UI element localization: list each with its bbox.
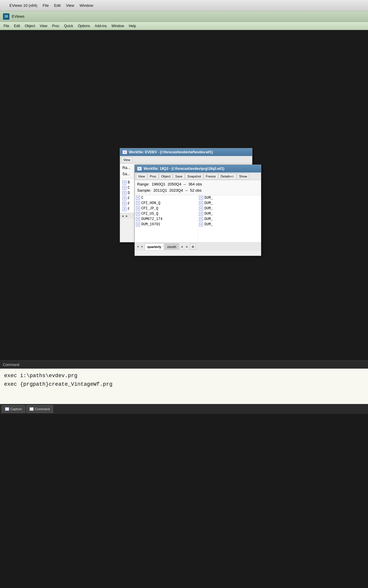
18q3-freeze-btn[interactable]: Freeze bbox=[204, 173, 218, 179]
item-dumr2-icon: ≡ bbox=[199, 201, 203, 205]
item-dum-r2[interactable]: ≡ DUM_ bbox=[198, 201, 261, 206]
capture-tab-label[interactable]: Capture bbox=[10, 407, 22, 411]
item-icon-d: ≡ bbox=[122, 191, 126, 195]
item-dum072-174[interactable]: ≡ DUM072_174 bbox=[135, 216, 198, 222]
item-dum19701-icon: ≡ bbox=[136, 222, 140, 226]
eviews-app-title: EViews bbox=[12, 14, 24, 19]
item-cpi-hon-icon: ≡ bbox=[136, 201, 140, 205]
item-cpi-us-icon: ≡ bbox=[136, 212, 140, 216]
eviews-logo: 10 bbox=[3, 13, 9, 20]
workfile-evdev-titlebar[interactable]: ≡ Workfile: EVDEV - (i:\forecast\evdev\w… bbox=[120, 148, 252, 156]
18q3-details-btn[interactable]: Details+/- bbox=[218, 173, 236, 179]
item-dum-r5[interactable]: ≡ DUM_ bbox=[198, 216, 261, 222]
item-icon-b: ≡ bbox=[122, 180, 126, 185]
item-icon-c: ≡ bbox=[122, 186, 126, 190]
item-dum-r1[interactable]: ≡ DUM_ bbox=[198, 195, 261, 201]
item-icon-f3: ≡ bbox=[122, 207, 126, 211]
18q3-view-btn[interactable]: View bbox=[136, 173, 147, 179]
item-c-icon: ≡ bbox=[136, 196, 140, 200]
18q3-snapshot-btn[interactable]: Snapshot bbox=[185, 173, 203, 179]
workfile-18q3-titlebar[interactable]: ≡ Workfile: 18Q3 - (i:\forecast\evdev\pr… bbox=[135, 165, 261, 173]
18q3-show-btn[interactable]: Show bbox=[237, 173, 249, 179]
menu-help[interactable]: Help bbox=[127, 23, 138, 29]
command-input-area[interactable]: exec i:\paths\evdev.prg exec {prgpath}cr… bbox=[0, 369, 368, 404]
mac-menu-edit[interactable]: Edit bbox=[54, 3, 60, 8]
item-dumr4-icon: ≡ bbox=[199, 212, 203, 216]
footer-scroll-right[interactable]: ► bbox=[140, 245, 144, 248]
evdev-view-btn[interactable]: View bbox=[121, 157, 132, 163]
tab-quarterly[interactable]: quarterly bbox=[145, 243, 164, 250]
workfile-evdev-title: Workfile: EVDEV - (i:\forecast\evdev\wf\… bbox=[129, 150, 213, 154]
command-tab-label[interactable]: Command bbox=[35, 407, 50, 411]
eviews-appbar: 10 EViews bbox=[0, 11, 368, 22]
18q3-object-btn[interactable]: Object bbox=[159, 173, 172, 179]
workfile-18q3-footer: ◄ ► quarterly month ◄ ► ⊞ bbox=[135, 242, 261, 251]
command-line-1: exec i:\paths\evdev.prg bbox=[4, 372, 364, 380]
workfile-evdev-toolbar: View bbox=[120, 156, 252, 164]
footer-scroll-left[interactable]: ◄ bbox=[136, 245, 140, 248]
menu-object[interactable]: Object bbox=[23, 23, 37, 29]
command-tab-icon bbox=[29, 407, 34, 411]
mac-menu-view[interactable]: View bbox=[66, 3, 74, 8]
command-section: Command exec i:\paths\evdev.prg exec {pr… bbox=[0, 360, 368, 588]
tab-monthly[interactable]: month bbox=[165, 243, 179, 250]
item-icon-f2: ≡ bbox=[122, 202, 126, 206]
main-workspace: ≡ Workfile: EVDEV - (i:\forecast\evdev\w… bbox=[0, 30, 368, 360]
footer-grid-button[interactable]: ⊞ bbox=[190, 244, 196, 249]
item-dum-r3[interactable]: ≡ DUM_ bbox=[198, 206, 261, 211]
18q3-proc-btn[interactable]: Proc bbox=[148, 173, 159, 179]
18q3-sample: Sample: 2011Q1 2023Q4 -- 52 obs bbox=[137, 188, 259, 194]
18q3-range: Range: 1960Q1 2050Q4 -- 364 obs bbox=[137, 181, 259, 188]
capture-tab-icon bbox=[5, 407, 9, 411]
tab-capture[interactable]: Capture bbox=[2, 405, 25, 413]
menu-proc[interactable]: Proc bbox=[50, 23, 61, 29]
mac-menu: EViews 10 (x64) File Edit View Window bbox=[9, 3, 93, 8]
item-cpi-hon-q[interactable]: ≡ CPI_HON_Q bbox=[135, 201, 198, 206]
item-dumr6-icon: ≡ bbox=[199, 222, 203, 226]
menu-options[interactable]: Options bbox=[76, 23, 92, 29]
command-tabs-bar: Capture Command bbox=[0, 404, 368, 414]
mac-titlebar: EViews 10 (x64) File Edit View Window bbox=[0, 0, 368, 11]
workfile-18q3-items: ≡ C ≡ CPI_HON_Q ≡ CPI_JP_Q ≡ CPI_US_Q ≡ bbox=[135, 195, 261, 242]
item-dum-r6[interactable]: ≡ DUM_ bbox=[198, 222, 261, 227]
item-cpi-jp-icon: ≡ bbox=[136, 206, 140, 211]
workfile-evdev-icon: ≡ bbox=[122, 150, 127, 154]
item-dum-r4[interactable]: ≡ DUM_ bbox=[198, 211, 261, 216]
scroll-right-arrow[interactable]: ► bbox=[125, 214, 128, 218]
item-dumr3-icon: ≡ bbox=[199, 206, 203, 211]
item-cpi-jp-q[interactable]: ≡ CPI_JP_Q bbox=[135, 206, 198, 211]
menu-quick[interactable]: Quick bbox=[62, 23, 75, 29]
menu-view[interactable]: View bbox=[38, 23, 49, 29]
menu-window[interactable]: Window bbox=[110, 23, 126, 29]
mac-menu-eviews[interactable]: EViews 10 (x64) bbox=[9, 3, 37, 8]
item-c[interactable]: ≡ C bbox=[135, 195, 198, 201]
menu-addins[interactable]: Add-ins bbox=[93, 23, 109, 29]
command-label: Command bbox=[3, 363, 19, 367]
tab-command[interactable]: Command bbox=[26, 405, 53, 413]
mac-menu-window[interactable]: Window bbox=[80, 3, 93, 8]
18q3-save-btn[interactable]: Save bbox=[173, 173, 185, 179]
menu-edit[interactable]: Edit bbox=[12, 23, 22, 29]
workfile-18q3-window: ≡ Workfile: 18Q3 - (i:\forecast\evdev\pr… bbox=[134, 165, 261, 256]
command-line-2: exec {prgpath}create_VintageWf.prg bbox=[4, 380, 364, 389]
mac-menu-file[interactable]: File bbox=[42, 3, 49, 8]
command-label-bar: Command bbox=[0, 360, 368, 369]
eviews-menubar: File Edit Object View Proc Quick Options… bbox=[0, 22, 368, 30]
item-dumr1-icon: ≡ bbox=[199, 196, 203, 200]
item-dum-19701[interactable]: ≡ DUM_19701 bbox=[135, 222, 198, 227]
footer-scroll-right2[interactable]: ► bbox=[185, 245, 189, 248]
item-cpi-us-q[interactable]: ≡ CPI_US_Q bbox=[135, 211, 198, 216]
scroll-left-arrow[interactable]: ◄ bbox=[121, 214, 124, 218]
workfile-18q3-icon: ≡ bbox=[137, 167, 142, 171]
item-dum072-icon: ≡ bbox=[136, 217, 140, 221]
footer-scroll-left2[interactable]: ◄ bbox=[180, 245, 184, 248]
workfile-18q3-title: Workfile: 18Q3 - (i:\forecast\evdev\prg\… bbox=[144, 167, 224, 171]
item-dumr5-icon: ≡ bbox=[199, 217, 203, 221]
item-icon-f1: ≡ bbox=[122, 196, 126, 201]
workfile-18q3-toolbar: View Proc Object Save Snapshot Freeze De… bbox=[135, 173, 261, 180]
workfile-18q3-info: Range: 1960Q1 2050Q4 -- 364 obs Sample: … bbox=[135, 180, 261, 195]
menu-file[interactable]: File bbox=[2, 23, 11, 29]
